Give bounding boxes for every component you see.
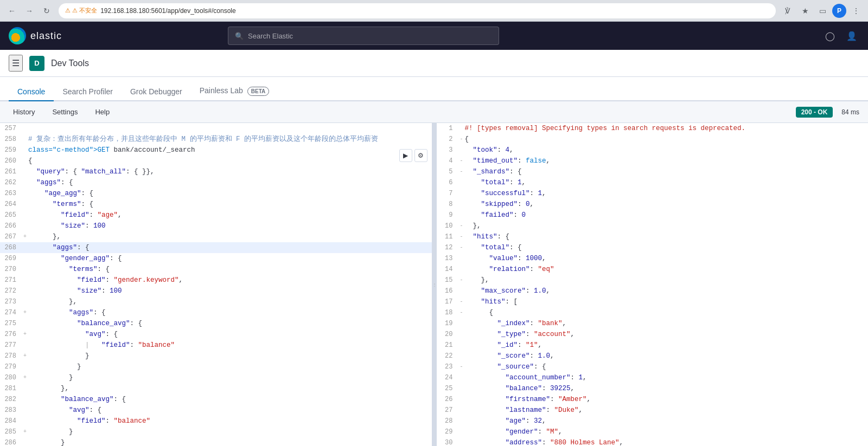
- line-gutter: -: [458, 361, 465, 372]
- tab-grok-debugger[interactable]: Grok Debugger: [122, 83, 191, 101]
- code-line: 21 "_id": "1",: [437, 340, 869, 351]
- back-button[interactable]: ←: [4, 3, 20, 18]
- line-number: 26: [437, 394, 458, 405]
- resize-handle[interactable]: ⋮: [432, 123, 437, 446]
- line-content: "field": "gender.keyword",: [28, 275, 430, 286]
- tab-console[interactable]: Console: [9, 83, 54, 101]
- line-gutter: -: [458, 242, 465, 253]
- code-line: 4- "timed_out": false,: [437, 156, 869, 166]
- settings-button[interactable]: Settings: [48, 106, 82, 118]
- code-line: 27 "lastname": "Duke",: [437, 405, 869, 416]
- line-content: },: [465, 221, 866, 231]
- search-bar[interactable]: 🔍 Search Elastic: [228, 27, 499, 45]
- line-number: 259: [0, 145, 22, 156]
- wrench-icon[interactable]: ⚙: [414, 149, 427, 162]
- line-content: "address": "880 Holmes Lane",: [465, 437, 866, 446]
- line-number: 1: [437, 123, 458, 134]
- line-content: class="c-method">GET bank/account/_searc…: [28, 145, 430, 156]
- code-line: 276+ "avg": {: [0, 329, 432, 340]
- user-avatar[interactable]: P: [832, 4, 846, 18]
- line-number: 279: [0, 361, 22, 372]
- code-line: 283 "avg": {: [0, 405, 432, 416]
- address-input[interactable]: [100, 7, 769, 15]
- line-number: 263: [0, 188, 22, 199]
- line-number: 269: [0, 253, 22, 264]
- line-content: }: [28, 372, 430, 383]
- line-content: "aggs": {: [28, 307, 430, 318]
- line-number: 2: [437, 134, 458, 145]
- line-number: 18: [437, 307, 458, 318]
- tab-painless-lab[interactable]: Painless Lab BETA: [191, 82, 278, 101]
- line-content: }: [28, 361, 430, 372]
- code-line: 257: [0, 123, 432, 134]
- app-icon: D: [29, 56, 44, 71]
- browser-chrome: ← → ↻ ⚠ ⚠ 不安全 ℣ ★ ▭ P ⋮: [0, 0, 868, 22]
- hamburger-button[interactable]: ☰: [9, 55, 23, 72]
- line-number: 12: [437, 242, 458, 253]
- bookmark-icon[interactable]: ★: [797, 3, 813, 18]
- line-content: "lastname": "Duke",: [465, 405, 866, 416]
- history-button[interactable]: History: [9, 106, 39, 118]
- line-content: "account_number": 1,: [465, 372, 866, 383]
- code-line: 278+ }: [0, 351, 432, 361]
- line-content: {: [28, 156, 430, 166]
- code-line: 284 "field": "balance": [0, 416, 432, 426]
- line-content: {: [465, 134, 866, 145]
- line-content: "max_score": 1.0,: [465, 286, 866, 296]
- code-line: 263 "age_agg": {: [0, 188, 432, 199]
- security-warning: ⚠ ⚠ 不安全: [65, 7, 97, 15]
- translate-icon[interactable]: ℣: [780, 3, 795, 18]
- line-content: }: [28, 426, 430, 437]
- address-bar[interactable]: ⚠ ⚠ 不安全: [59, 3, 776, 18]
- browser-nav: ← → ↻: [4, 3, 54, 18]
- code-line: 267+ },: [0, 231, 432, 242]
- editor-content[interactable]: 257258# 复杂：查出所有年龄分布，并且这些年龄段中 M 的平均薪资和 F …: [0, 123, 432, 446]
- line-content: "gender_agg": {: [28, 253, 430, 264]
- line-number: 275: [0, 318, 22, 329]
- line-content: "firstname": "Amber",: [465, 394, 866, 405]
- line-content: "hits": {: [465, 231, 866, 242]
- code-line: 8 "skipped": 0,: [437, 199, 869, 210]
- help-button[interactable]: Help: [91, 106, 114, 118]
- cast-icon[interactable]: ▭: [815, 3, 830, 18]
- editor-panel: ▶ ⚙ 257258# 复杂：查出所有年龄分布，并且这些年龄段中 M 的平均薪资…: [0, 123, 432, 446]
- line-number: 270: [0, 264, 22, 275]
- line-number: 13: [437, 253, 458, 264]
- logo-icon: [9, 27, 26, 44]
- line-gutter: -: [458, 221, 465, 231]
- code-line: 282 "balance_avg": {: [0, 394, 432, 405]
- line-content: "_shards": {: [465, 166, 866, 177]
- menu-icon[interactable]: ⋮: [848, 3, 864, 18]
- line-content: "avg": {: [28, 405, 430, 416]
- line-number: 260: [0, 156, 22, 166]
- line-content: "terms": {: [28, 264, 430, 275]
- line-number: 11: [437, 231, 458, 242]
- line-content: "successful": 1,: [465, 188, 866, 199]
- line-content: "_type": "account",: [465, 329, 866, 340]
- code-line: 264 "terms": {: [0, 199, 432, 210]
- code-line: 5- "_shards": {: [437, 166, 869, 177]
- tab-search-profiler[interactable]: Search Profiler: [54, 83, 122, 101]
- help-circle-icon[interactable]: ◯: [822, 28, 838, 43]
- line-content: "gender": "M",: [465, 426, 866, 437]
- action-bar: History Settings Help 200 - OK 84 ms: [0, 101, 868, 123]
- code-line: 270 "terms": {: [0, 264, 432, 275]
- line-number: 277: [0, 340, 22, 351]
- code-line: 12- "total": {: [437, 242, 869, 253]
- output-content[interactable]: 1#! [types removal] Specifying types in …: [437, 123, 869, 446]
- code-line: 258# 复杂：查出所有年龄分布，并且这些年龄段中 M 的平均薪资和 F 的平均…: [0, 134, 432, 145]
- line-gutter: +: [22, 329, 28, 340]
- code-line: 9 "failed": 0: [437, 210, 869, 221]
- line-number: 258: [0, 134, 22, 145]
- run-button[interactable]: ▶: [399, 149, 412, 162]
- line-gutter: -: [458, 296, 465, 307]
- line-number: 15: [437, 275, 458, 286]
- code-line: 1#! [types removal] Specifying types in …: [437, 123, 869, 134]
- app-header-actions: ◯ 👤: [822, 28, 859, 43]
- forward-button[interactable]: →: [22, 3, 37, 18]
- line-number: 8: [437, 199, 458, 210]
- line-content: "query": { "match_all": { }},: [28, 166, 430, 177]
- code-line: 261 "query": { "match_all": { }},: [0, 166, 432, 177]
- refresh-button[interactable]: ↻: [39, 3, 54, 18]
- user-icon[interactable]: 👤: [844, 28, 859, 43]
